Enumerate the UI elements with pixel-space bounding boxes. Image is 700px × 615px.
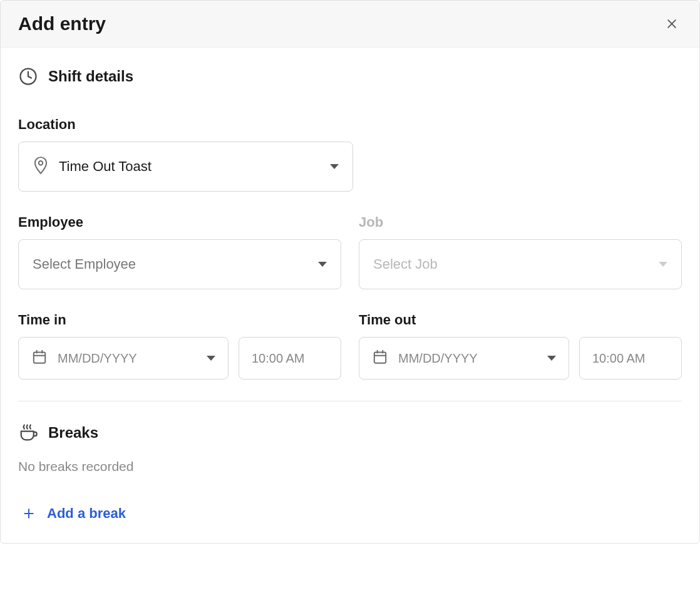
time-out-label: Time out xyxy=(359,312,682,328)
job-select: Select Job xyxy=(359,239,682,289)
time-out-date-field[interactable]: MM/DD/YYYY xyxy=(359,337,569,380)
caret-down-icon xyxy=(330,164,339,169)
breaks-title: Breaks xyxy=(48,424,98,442)
close-icon xyxy=(666,16,678,31)
location-pin-icon xyxy=(33,156,49,177)
time-in-time-field[interactable]: 10:00 AM xyxy=(239,337,341,380)
job-placeholder: Select Job xyxy=(373,256,649,272)
svg-point-3 xyxy=(39,161,43,165)
add-break-label: Add a break xyxy=(47,505,126,522)
calendar-icon xyxy=(372,349,388,368)
employee-job-row: Employee Select Employee Job Select Job xyxy=(18,214,682,289)
coffee-cup-icon xyxy=(18,423,38,443)
add-entry-modal: Add entry Shift details Location Time Ou… xyxy=(0,0,700,544)
caret-down-icon xyxy=(207,356,215,361)
time-in-date-placeholder: MM/DD/YYYY xyxy=(58,351,197,366)
employee-label: Employee xyxy=(18,214,341,230)
shift-details-title: Shift details xyxy=(48,68,133,85)
location-value: Time Out Toast xyxy=(59,158,320,175)
time-in-date-field[interactable]: MM/DD/YYYY xyxy=(18,337,229,380)
clock-icon xyxy=(18,66,38,86)
time-out-time-field[interactable]: 10:00 AM xyxy=(579,337,682,380)
time-out-date-placeholder: MM/DD/YYYY xyxy=(398,351,537,366)
shift-details-header: Shift details xyxy=(18,66,682,86)
svg-rect-8 xyxy=(374,352,386,363)
employee-placeholder: Select Employee xyxy=(33,256,308,272)
modal-body: Shift details Location Time Out Toast Em… xyxy=(1,48,699,543)
caret-down-icon xyxy=(318,262,327,267)
caret-down-icon xyxy=(659,262,667,267)
time-out-time-value: 10:00 AM xyxy=(592,351,646,366)
location-select[interactable]: Time Out Toast xyxy=(18,142,353,192)
location-row: Location Time Out Toast xyxy=(18,116,682,192)
time-in-label: Time in xyxy=(18,312,341,328)
time-row: Time in MM/DD/YYYY 10:00 AM Time out xyxy=(18,312,682,380)
svg-rect-4 xyxy=(34,352,45,363)
time-in-time-value: 10:00 AM xyxy=(252,351,305,366)
caret-down-icon xyxy=(547,356,556,361)
modal-title: Add entry xyxy=(18,13,106,34)
job-label: Job xyxy=(359,214,682,230)
no-breaks-text: No breaks recorded xyxy=(18,459,682,474)
calendar-icon xyxy=(31,349,48,368)
modal-header: Add entry xyxy=(1,1,699,48)
section-divider xyxy=(18,401,682,401)
plus-icon xyxy=(22,507,36,520)
employee-select[interactable]: Select Employee xyxy=(18,239,341,289)
add-break-button[interactable]: Add a break xyxy=(18,503,126,524)
close-button[interactable] xyxy=(662,14,682,34)
location-label: Location xyxy=(18,116,353,133)
breaks-header: Breaks xyxy=(18,423,682,443)
